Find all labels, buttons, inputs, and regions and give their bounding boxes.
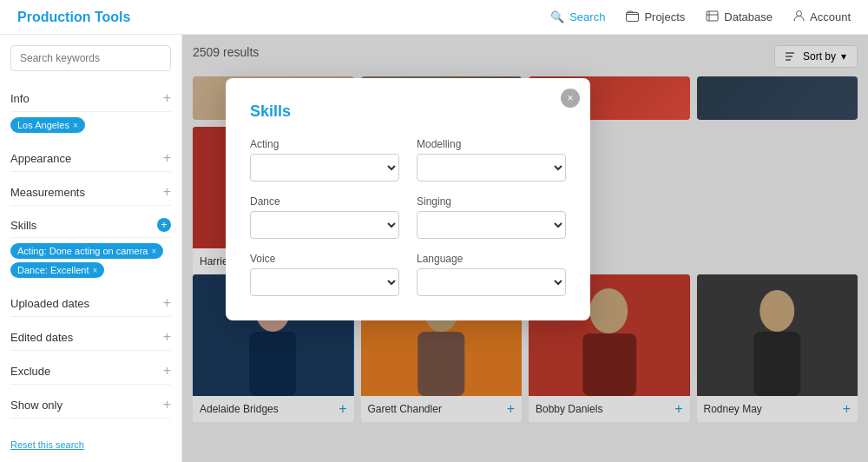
folder-icon <box>626 10 639 24</box>
tag-dance: Dance: Excellent × <box>10 262 104 278</box>
form-group-acting: Acting <box>250 138 399 182</box>
filter-appearance-header[interactable]: Appearance + <box>10 145 171 172</box>
filter-measurements-label: Measurements <box>10 186 85 199</box>
app-logo: Production Tools <box>17 10 130 25</box>
keyword-search-wrap <box>10 45 171 71</box>
tag-los-angeles: Los Angeles × <box>10 117 85 133</box>
filter-appearance-plus[interactable]: + <box>163 150 171 166</box>
sidebar: Info + Los Angeles × Appearance + Measur… <box>0 35 182 462</box>
filter-skills-header[interactable]: Skills + <box>10 213 171 238</box>
filter-skills: Skills + Acting: Done acting on camera ×… <box>10 213 171 283</box>
form-group-voice: Voice <box>250 253 399 296</box>
header: Production Tools 🔍 Search Projects Datab… <box>0 0 868 35</box>
singing-select[interactable] <box>417 211 566 239</box>
language-select[interactable] <box>417 268 566 296</box>
nav-database[interactable]: Database <box>706 10 773 24</box>
form-group-modelling: Modelling <box>417 138 566 182</box>
form-group-language: Language <box>417 253 566 296</box>
svg-point-4 <box>797 11 802 16</box>
language-label: Language <box>417 253 566 265</box>
voice-label: Voice <box>250 253 399 265</box>
filter-skills-plus[interactable]: + <box>157 218 171 232</box>
filter-uploaded-dates: Uploaded dates + <box>10 290 171 317</box>
dance-select[interactable] <box>250 211 399 239</box>
filter-edited-dates-header[interactable]: Edited dates + <box>10 324 171 351</box>
search-icon: 🔍 <box>550 10 564 23</box>
modal-title: Skills <box>250 102 566 121</box>
nav-account[interactable]: Account <box>793 10 851 24</box>
filter-edited-dates-label: Edited dates <box>10 331 73 344</box>
voice-select[interactable] <box>250 268 399 296</box>
skills-tags: Acting: Done acting on camera × Dance: E… <box>10 238 171 283</box>
nav-search[interactable]: 🔍 Search <box>550 10 605 23</box>
modal-form-grid: Acting Modelling Dance <box>250 138 566 296</box>
filter-exclude-label: Exclude <box>10 365 50 378</box>
tag-dance-remove[interactable]: × <box>93 266 98 275</box>
filter-exclude-header[interactable]: Exclude + <box>10 358 171 385</box>
filter-show-only-label: Show only <box>10 399 62 412</box>
modal-close-button[interactable]: × <box>561 89 580 108</box>
header-nav: 🔍 Search Projects Database Account <box>550 10 851 24</box>
filter-measurements-plus[interactable]: + <box>163 184 171 200</box>
skills-modal: Skills × Acting Modelling <box>226 78 590 320</box>
filter-info: Info + Los Angeles × <box>10 85 171 138</box>
nav-projects[interactable]: Projects <box>626 10 685 24</box>
keyword-search-input[interactable] <box>10 45 171 71</box>
database-icon <box>706 10 719 24</box>
filter-appearance-label: Appearance <box>10 152 71 165</box>
modal-overlay: Skills × Acting Modelling <box>182 35 868 462</box>
singing-label: Singing <box>417 195 566 208</box>
info-tags: Los Angeles × <box>10 112 171 138</box>
main-layout: Info + Los Angeles × Appearance + Measur… <box>0 35 868 462</box>
filter-appearance: Appearance + <box>10 145 171 172</box>
tag-acting: Acting: Done acting on camera × <box>10 243 163 259</box>
filter-exclude-plus[interactable]: + <box>163 363 171 379</box>
filter-show-only: Show only + <box>10 392 171 419</box>
acting-select[interactable] <box>250 154 399 182</box>
tag-los-angeles-remove[interactable]: × <box>73 121 78 130</box>
reset-search[interactable]: Reset this search <box>10 432 84 457</box>
form-group-singing: Singing <box>417 195 566 239</box>
filter-measurements: Measurements + <box>10 179 171 206</box>
filter-show-only-header[interactable]: Show only + <box>10 392 171 419</box>
filter-show-only-plus[interactable]: + <box>163 397 171 412</box>
svg-rect-1 <box>707 11 718 21</box>
modelling-label: Modelling <box>417 138 566 150</box>
filter-uploaded-dates-plus[interactable]: + <box>163 295 171 311</box>
account-icon <box>793 10 805 24</box>
filter-edited-dates-plus[interactable]: + <box>163 329 171 345</box>
tag-acting-remove[interactable]: × <box>151 247 156 256</box>
filter-uploaded-dates-label: Uploaded dates <box>10 297 89 310</box>
filter-info-label: Info <box>10 92 30 105</box>
dance-label: Dance <box>250 195 399 208</box>
filter-info-header[interactable]: Info + <box>10 85 171 112</box>
filter-edited-dates: Edited dates + <box>10 324 171 351</box>
filter-uploaded-dates-header[interactable]: Uploaded dates + <box>10 290 171 317</box>
filter-info-plus[interactable]: + <box>163 90 171 106</box>
form-group-dance: Dance <box>250 195 399 239</box>
main-content: 2509 results Sort by ▾ <box>182 35 868 462</box>
modelling-select[interactable] <box>417 154 566 182</box>
filter-measurements-header[interactable]: Measurements + <box>10 179 171 206</box>
filter-exclude: Exclude + <box>10 358 171 385</box>
acting-label: Acting <box>250 138 399 150</box>
filter-skills-label: Skills <box>10 219 36 232</box>
